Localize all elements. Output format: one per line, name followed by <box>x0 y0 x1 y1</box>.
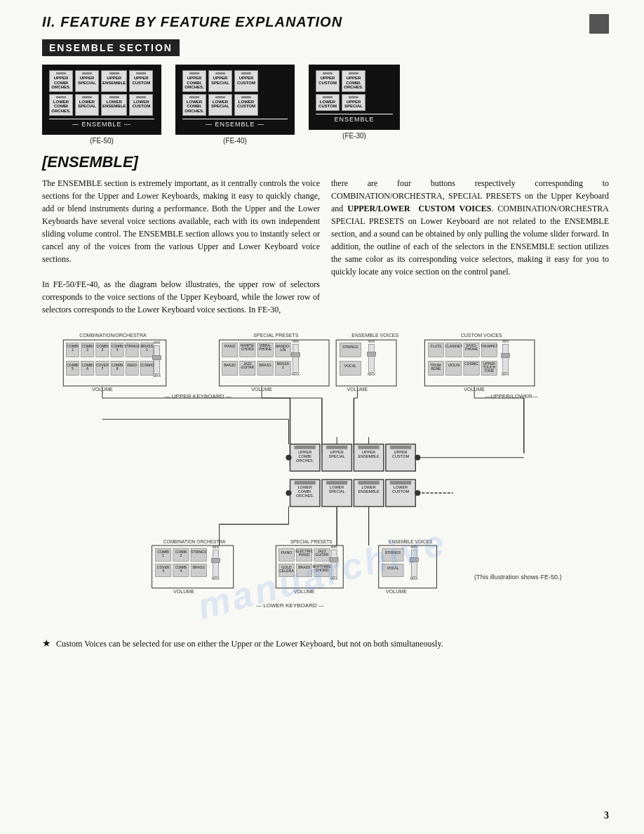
corner-decoration <box>589 14 609 34</box>
fe30-label: ENSEMBLE <box>316 114 393 123</box>
svg-point-145 <box>286 490 291 496</box>
bottom-note: ★ Custom Voices can be selected for use … <box>42 636 609 651</box>
svg-text:MIN: MIN <box>331 545 338 549</box>
svg-text:2: 2 <box>282 364 284 369</box>
fe30-keyboard: UPPERCUSTOM UPPERCOMBI.ORCHES. LOWERCUST… <box>309 65 400 130</box>
svg-text:—UPPER/LOWER—: —UPPER/LOWER— <box>485 393 539 399</box>
fe50-label: — ENSEMBLE — <box>49 119 154 128</box>
svg-text:CHORD: CHORD <box>241 347 255 351</box>
ensemble-heading: [ENSEMBLE] <box>42 153 609 171</box>
svg-text:PIANO: PIANO <box>281 550 293 555</box>
text-left: The ENSEMBLE section is extremely import… <box>42 177 320 316</box>
svg-text:BANJO: BANJO <box>224 362 236 366</box>
svg-text:4: 4 <box>180 569 182 573</box>
svg-rect-224 <box>410 557 418 562</box>
svg-text:3: 3 <box>162 569 164 573</box>
svg-text:VOCAL: VOCAL <box>387 566 398 570</box>
svg-text:1: 1 <box>72 348 74 352</box>
fe30-upper-special: UPPERSPECIAL <box>342 94 365 111</box>
fe50-upper-ensemble: UPPERENSEMBLE <box>101 70 127 92</box>
svg-point-126 <box>286 454 291 460</box>
svg-rect-122 <box>295 445 316 449</box>
fe30-buttons: UPPERCUSTOM UPPERCOMBI.ORCHES. LOWERCUST… <box>316 70 393 111</box>
two-col-text: The ENSEMBLE section is extremely import… <box>42 177 609 316</box>
svg-rect-128 <box>326 445 347 449</box>
fe40-upper-combi: UPPERCOMBI.ORCHES. <box>182 70 206 92</box>
svg-text:1: 1 <box>162 553 164 557</box>
svg-text:ORCHES.: ORCHES. <box>296 494 314 498</box>
svg-text:MIN: MIN <box>293 339 300 343</box>
svg-text:1: 1 <box>146 348 148 352</box>
svg-text:MAX: MAX <box>330 576 339 580</box>
fe30-upper-combi: UPPERCOMBI.ORCHES. <box>342 70 365 92</box>
svg-text:MIN: MIN <box>154 340 161 345</box>
svg-text:BRASS: BRASS <box>193 565 206 569</box>
fe50-keyboard: UPPERCOMBIORCHES. UPPERSPECIAL UPPERENSE… <box>42 65 161 135</box>
page: II. FEATURE BY FEATURE EXPLANATION ENSEM… <box>0 0 644 834</box>
svg-text:MAX: MAX <box>153 373 161 377</box>
text-right: there are four buttons respectively corr… <box>331 177 609 316</box>
svg-text:MAX: MAX <box>212 576 220 580</box>
svg-text:2: 2 <box>86 348 88 352</box>
fe40-upper-custom: UPPERCUSTOM <box>234 70 258 92</box>
svg-text:— LOWER KEYBOARD —: — LOWER KEYBOARD — <box>256 602 325 609</box>
svg-text:8: 8 <box>116 366 119 370</box>
svg-text:CUSTOM VOICES: CUSTOM VOICES <box>461 333 502 338</box>
svg-text:MIN: MIN <box>411 545 418 549</box>
fe40-lower-combi: LOWERCOMBI.ORCHES. <box>182 94 206 116</box>
svg-rect-55 <box>293 344 299 372</box>
fe30-lower-custom: LOWERCUSTOM <box>316 94 340 111</box>
svg-text:4: 4 <box>116 348 119 352</box>
svg-text:MAX: MAX <box>368 371 376 376</box>
main-diagram: COMBINATION/ORCHESTRA COMBI 1 COMBI 2 CO… <box>42 327 609 628</box>
svg-text:MIN: MIN <box>213 545 220 549</box>
svg-text:SPECIAL PRESETS: SPECIAL PRESETS <box>290 539 333 544</box>
page-header: II. FEATURE BY FEATURE EXPLANATION <box>42 14 609 34</box>
svg-rect-207 <box>330 557 338 562</box>
svg-text:MAX: MAX <box>502 371 510 376</box>
svg-text:ENSEMBLE: ENSEMBLE <box>358 489 380 494</box>
section-title: II. FEATURE BY FEATURE EXPLANATION <box>42 14 342 30</box>
svg-rect-74 <box>369 344 375 372</box>
svg-text:COMBINATION ORCHESTRA: COMBINATION ORCHESTRA <box>163 539 226 544</box>
svg-rect-147 <box>326 481 347 484</box>
svg-text:MAX: MAX <box>292 371 300 376</box>
svg-text:STRINGS: STRINGS <box>124 344 140 348</box>
svg-text:BRASS: BRASS <box>298 565 311 569</box>
svg-rect-132 <box>358 445 379 449</box>
svg-rect-151 <box>358 481 379 484</box>
svg-text:STRINGS: STRINGS <box>385 550 401 555</box>
fe50-buttons: UPPERCOMBIORCHES. UPPERSPECIAL UPPERENSE… <box>49 70 154 116</box>
svg-text:BRASS: BRASS <box>260 362 272 366</box>
svg-text:PHONE: PHONE <box>259 347 272 351</box>
svg-rect-141 <box>295 481 316 484</box>
fe50-lower-combi: LOWERCOMBIORCHES. <box>49 94 73 116</box>
svg-text:PIANO: PIANO <box>299 552 310 557</box>
fe50-upper-custom: UPPERCUSTOM <box>129 70 153 92</box>
svg-text:ENSEMBLE VOICES: ENSEMBLE VOICES <box>351 333 398 338</box>
svg-text:5: 5 <box>72 366 74 370</box>
svg-rect-56 <box>292 352 300 357</box>
svg-text:GUITAR: GUITAR <box>316 552 329 557</box>
svg-text:BONE: BONE <box>431 366 441 370</box>
svg-text:CUSTOM: CUSTOM <box>392 489 409 494</box>
star-icon: ★ <box>42 638 51 649</box>
fe50-lower-special: LOWERSPECIAL <box>75 94 99 116</box>
diagrams-row: UPPERCOMBIORCHES. UPPERSPECIAL UPPERENSE… <box>42 65 609 145</box>
fe50-lower-ensemble: LOWERENSEMBLE <box>101 94 127 116</box>
svg-text:ORCHES.: ORCHES. <box>296 458 314 462</box>
svg-text:7: 7 <box>101 366 103 370</box>
svg-text:COSMIC: COSMIC <box>140 362 154 366</box>
svg-rect-223 <box>411 550 417 576</box>
svg-text:SPECIAL: SPECIAL <box>328 489 344 494</box>
svg-text:6: 6 <box>86 366 88 370</box>
svg-rect-206 <box>331 550 337 576</box>
fe40-upper-special: UPPERSPECIAL <box>208 70 232 92</box>
fe40-model: (FE-40) <box>175 137 295 145</box>
svg-rect-92 <box>502 344 508 372</box>
svg-text:3: 3 <box>101 348 103 352</box>
svg-text:REED: REED <box>127 362 137 366</box>
svg-text:MIN: MIN <box>502 339 509 343</box>
svg-text:FLUTE: FLUTE <box>431 344 443 348</box>
fe40-keyboard: UPPERCOMBI.ORCHES. UPPERSPECIAL UPPERCUS… <box>175 65 295 135</box>
